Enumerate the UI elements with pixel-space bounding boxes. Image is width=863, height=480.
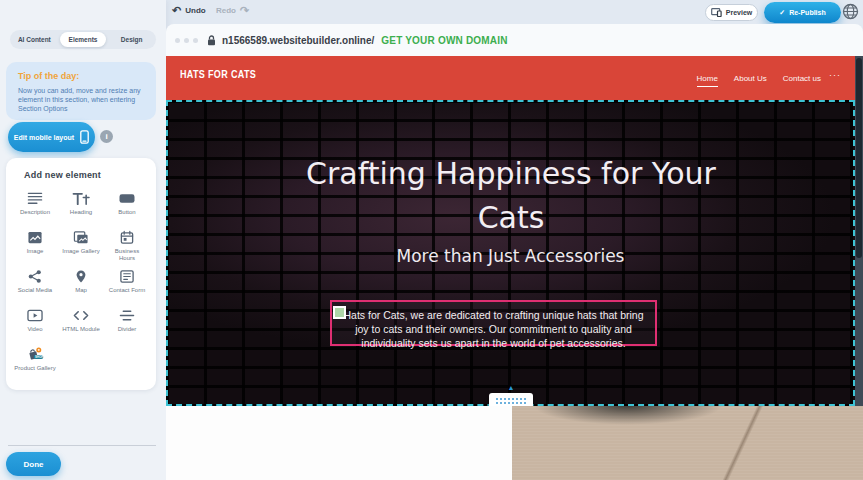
tab-ai-content[interactable]: AI Content: [11, 32, 58, 47]
browser-chrome-bar: n1566589.websitebuilder.online/ GET YOUR…: [166, 24, 863, 56]
element-product-gallery[interactable]: SHOP Product Gallery: [12, 343, 58, 382]
add-element-title: Add new element: [6, 158, 156, 180]
social-media-icon: [25, 269, 45, 284]
republish-button[interactable]: ✓ Re-Publish: [764, 2, 841, 23]
tip-title: Tip of the day:: [18, 71, 144, 81]
undo-icon: ↶: [172, 5, 181, 16]
redo-icon: ↷: [240, 5, 249, 16]
element-description[interactable]: Description: [12, 187, 58, 226]
element-map[interactable]: Map: [58, 265, 104, 304]
resize-up-arrow-icon[interactable]: ▲: [505, 384, 517, 391]
element-image[interactable]: Image: [12, 226, 58, 265]
element-social-media[interactable]: Social Media: [12, 265, 58, 304]
hero-paragraph: Hats for Cats, we are dedicated to craft…: [343, 309, 643, 349]
element-divider[interactable]: Divider: [104, 304, 150, 343]
svg-text:SHOP: SHOP: [35, 355, 43, 359]
nav-about-us[interactable]: About Us: [734, 74, 767, 83]
add-element-panel: Add new element Description Heading: [6, 158, 156, 390]
tab-design[interactable]: Design: [108, 32, 155, 47]
product-gallery-icon: SHOP: [25, 347, 45, 362]
get-own-domain-link[interactable]: GET YOUR OWN DOMAIN: [381, 35, 507, 46]
element-grid: Description Heading Button: [6, 180, 156, 382]
info-icon[interactable]: i: [100, 130, 113, 143]
image-icon: [25, 230, 45, 245]
element-contact-form[interactable]: Contact Form: [104, 265, 150, 304]
selected-text-block[interactable]: Hats for Cats, we are dedicated to craft…: [330, 300, 657, 346]
button-icon: [117, 191, 137, 206]
element-button[interactable]: Button: [104, 187, 150, 226]
tip-of-the-day-card: Tip of the day: Now you can add, move an…: [6, 62, 156, 120]
html-module-icon: [71, 308, 91, 323]
site-header: HATS FOR CATS Home About Us Contact us ·…: [166, 56, 855, 100]
edit-mobile-layout-button[interactable]: Edit mobile layout: [8, 122, 95, 152]
map-pin-icon: [71, 269, 91, 284]
description-icon: [25, 191, 45, 206]
element-business-hours[interactable]: Business Hours: [104, 226, 150, 265]
undo-button[interactable]: ↶ Undo: [172, 5, 206, 16]
site-logo[interactable]: HATS FOR CATS: [180, 68, 256, 80]
element-video[interactable]: Video: [12, 304, 58, 343]
business-hours-icon: [117, 230, 137, 245]
divider-icon: [117, 308, 137, 323]
check-icon: ✓: [779, 9, 785, 17]
element-image-gallery[interactable]: Image Gallery: [58, 226, 104, 265]
image-gallery-icon: [71, 230, 91, 245]
nav-contact-us[interactable]: Contact us: [783, 74, 821, 83]
redo-button[interactable]: Redo ↷: [216, 5, 249, 16]
element-heading[interactable]: Heading: [58, 187, 104, 226]
section-options-sidebar: AI Content Elements Design Tip of the da…: [0, 0, 166, 480]
globe-icon: [842, 3, 859, 20]
preview-scrollbar[interactable]: [855, 56, 863, 406]
devices-icon: [711, 8, 722, 17]
sidebar-tabs: AI Content Elements Design: [10, 30, 156, 49]
element-html-module[interactable]: HTML Module: [58, 304, 104, 343]
video-icon: [25, 308, 45, 323]
grip-dots-icon: [495, 397, 527, 405]
nav-home[interactable]: Home: [697, 74, 718, 87]
tip-body: Now you can add, move and resize any ele…: [18, 86, 144, 113]
next-section-white-area: [166, 406, 512, 480]
window-dots-icon: [175, 38, 198, 43]
preview-button[interactable]: Preview: [705, 4, 758, 21]
done-button[interactable]: Done: [6, 452, 61, 476]
heading-icon: [71, 191, 91, 206]
sidebar-divider: [8, 445, 156, 446]
site-url[interactable]: n1566589.websitebuilder.online/: [222, 35, 374, 46]
site-nav: Home About Us Contact us: [697, 56, 822, 100]
language-globe-button[interactable]: [842, 3, 859, 20]
next-section-image: [512, 406, 863, 480]
hero-heading[interactable]: Crafting Happiness for Your Cats: [276, 152, 746, 240]
contact-form-icon: [117, 269, 137, 284]
hero-subheading[interactable]: More than Just Accessories: [166, 246, 855, 266]
tab-elements[interactable]: Elements: [60, 32, 107, 47]
nav-more-icon[interactable]: ···: [829, 70, 841, 80]
scrollbar-thumb[interactable]: [856, 58, 862, 258]
website-builder-app: Section options ↶ Undo Redo ↷ Preview ✓ …: [0, 0, 863, 480]
element-drag-handle[interactable]: [333, 306, 346, 319]
lock-icon: [207, 35, 216, 46]
phone-icon: [80, 130, 89, 144]
